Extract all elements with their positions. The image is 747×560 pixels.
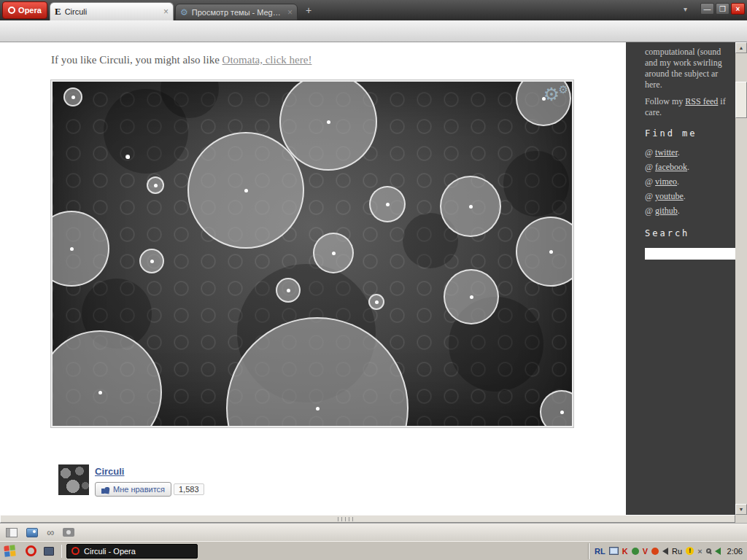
site-sidebar: computational (sound and my work swirlin… — [626, 42, 735, 515]
gear-icon[interactable]: ⚙ — [559, 83, 568, 96]
close-tray-icon[interactable]: × — [697, 547, 702, 556]
panels-toggle-icon[interactable] — [6, 528, 18, 537]
facebook-page-link[interactable]: Circuli — [95, 466, 124, 477]
tab-close-icon[interactable]: × — [163, 7, 169, 17]
antivirus-tray-icon[interactable]: K — [622, 547, 628, 556]
status-green-tray-icon[interactable] — [632, 548, 639, 555]
v-tray-icon[interactable]: V — [643, 547, 648, 556]
windows-logo-icon — [10, 551, 16, 556]
images-toggle-icon[interactable] — [26, 528, 38, 537]
start-button[interactable] — [4, 545, 18, 558]
task-button-opera[interactable]: Circuli - Opera — [66, 544, 198, 559]
screen: Opera E Circuli × ⚙ Просмотр темы - Mega… — [0, 0, 747, 560]
game-circle[interactable] — [63, 88, 82, 106]
like-button[interactable]: Мне нравится — [95, 482, 171, 497]
game-circle[interactable] — [516, 217, 573, 287]
horizontal-scrollbar[interactable] — [0, 515, 735, 523]
circle-center-dot — [386, 203, 390, 206]
magnifier-tray-icon[interactable] — [706, 548, 711, 553]
game-circle[interactable] — [125, 155, 130, 159]
quicklaunch-opera-icon[interactable] — [26, 545, 36, 556]
game-circle[interactable] — [51, 330, 162, 427]
snapshot-icon[interactable] — [63, 528, 74, 537]
intro-text: If you like Circuli, you might also like — [51, 54, 220, 66]
circle-center-dot — [98, 391, 102, 394]
canvas-settings[interactable]: ⚙ ⚙ — [543, 83, 568, 105]
warning-tray-icon[interactable]: ! — [686, 547, 694, 555]
youtube-link[interactable]: youtube — [655, 191, 684, 201]
display-tray-icon[interactable] — [609, 547, 619, 555]
github-link[interactable]: github — [655, 206, 678, 216]
tab-list-dropdown-icon[interactable]: ▾ — [684, 5, 687, 13]
social-link-row: @ youtube. — [645, 189, 735, 203]
sidebar-text-line: computational (sound — [645, 47, 735, 58]
circle-center-dot — [126, 155, 130, 159]
game-circle[interactable] — [444, 269, 499, 324]
facebook-link[interactable]: facebook — [655, 162, 687, 172]
sidebar-text-line: here. — [645, 79, 735, 90]
alert-tray-icon[interactable] — [651, 548, 659, 555]
language-indicator[interactable]: RL — [595, 547, 605, 556]
game-canvas[interactable]: ⚙ ⚙ — [51, 80, 573, 427]
like-button-label: Мне нравится — [113, 485, 165, 494]
otomata-link[interactable]: Otomata, click here! — [222, 54, 312, 66]
circle-center-dot — [375, 300, 379, 304]
game-circle[interactable] — [187, 132, 304, 249]
quicklaunch-desktop-icon[interactable] — [44, 547, 54, 556]
social-link-row: @ facebook. — [645, 160, 735, 174]
game-circle[interactable] — [369, 186, 406, 222]
game-circle[interactable] — [313, 233, 354, 273]
rss-feed-link[interactable]: RSS feed — [685, 96, 718, 106]
circle-center-dot — [71, 96, 75, 99]
windows-logo-icon — [9, 545, 15, 551]
game-circle[interactable] — [540, 390, 573, 427]
opera-menu-button[interactable]: Opera — [2, 1, 47, 19]
new-tab-button[interactable]: + — [302, 5, 315, 17]
address-toolbar: ← → ↻ Веб www.earslap.com/projectslab/ci… — [0, 20, 747, 42]
twitter-link[interactable]: twitter — [655, 147, 678, 158]
scroll-up-button[interactable]: ▲ — [735, 42, 747, 53]
vertical-scrollbar[interactable]: ▲ ▼ — [735, 42, 747, 515]
scrollbar-corner — [735, 515, 747, 523]
vimeo-link[interactable]: vimeo — [655, 176, 677, 187]
scroll-down-button[interactable]: ▼ — [735, 504, 747, 515]
close-button[interactable]: × — [731, 3, 745, 15]
opera-link-icon[interactable]: ∞ — [47, 528, 54, 537]
status-bar: ∞ — [0, 523, 747, 541]
minimize-button[interactable]: — — [700, 3, 714, 15]
page-content: If you like Circuli, you might also like… — [0, 42, 735, 515]
game-circle[interactable] — [276, 278, 301, 303]
vertical-scrollbar-thumb[interactable] — [735, 82, 747, 118]
speaker-green-tray-icon[interactable] — [715, 548, 721, 555]
maximize-button[interactable]: ❐ — [716, 3, 729, 15]
game-circle[interactable] — [147, 176, 164, 194]
game-circle[interactable] — [368, 294, 384, 310]
taskbar: Circuli - Opera RL K V Ru ! × 2:06 — [0, 541, 747, 560]
tab-title: Circuli — [65, 7, 160, 16]
game-circle[interactable] — [440, 176, 501, 237]
tab-forum[interactable]: ⚙ Просмотр темы - MegaB... × — [175, 4, 298, 20]
tab-circuli[interactable]: E Circuli × — [50, 2, 174, 20]
language-indicator[interactable]: Ru — [672, 547, 682, 556]
tab-close-icon[interactable]: × — [287, 7, 293, 18]
windows-logo-icon — [4, 551, 10, 557]
game-circle[interactable] — [139, 249, 164, 273]
gear-icon[interactable]: ⚙ — [543, 84, 560, 104]
game-circle[interactable] — [51, 211, 109, 287]
circle-center-dot — [287, 289, 290, 292]
volume-tray-icon[interactable] — [662, 548, 668, 555]
forum-favicon: ⚙ — [180, 7, 188, 18]
sidebar-search-input[interactable] — [645, 248, 735, 260]
circle-center-dot — [244, 189, 248, 192]
title-bar: Opera E Circuli × ⚙ Просмотр темы - Mega… — [0, 0, 747, 20]
scrollbar-grip-icon — [338, 517, 354, 521]
circle-center-dot — [470, 295, 473, 299]
circle-center-dot — [316, 407, 320, 411]
circle-center-dot — [327, 120, 330, 124]
opera-menu-label: Opera — [18, 6, 42, 15]
circle-center-dot — [150, 260, 154, 263]
tab-title: Просмотр темы - MegaB... — [192, 8, 284, 17]
horizontal-scrollbar-thumb[interactable] — [0, 515, 735, 523]
at-sign: @ — [645, 191, 653, 201]
circle-center-dot — [70, 247, 74, 251]
